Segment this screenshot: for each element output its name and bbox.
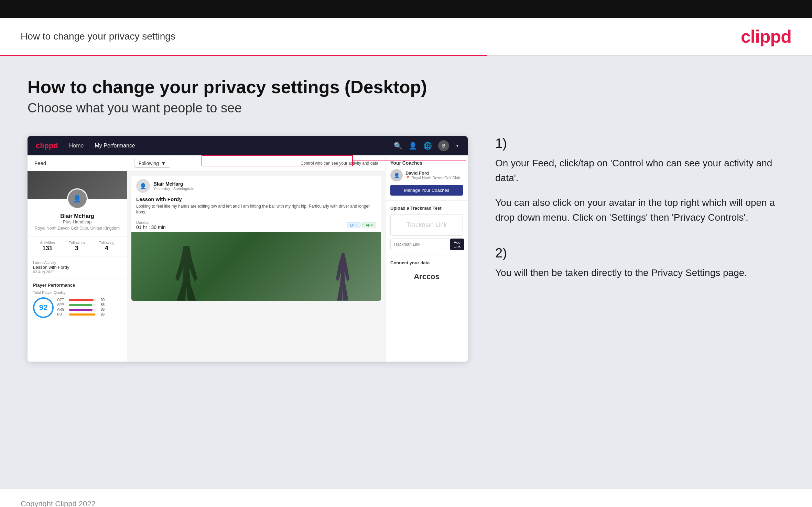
add-link-button[interactable]: Add Link [450,239,464,250]
user-icon[interactable]: 👤 [409,142,417,150]
feed-post: 👤 Blair McHarg Yesterday · Sunningdale L… [131,176,381,301]
main-content: How to change your privacy settings (Des… [0,56,812,489]
post-avatar: 👤 [136,179,150,193]
app-logo-nav: clippd [36,141,58,150]
instruction-1-text2: You can also click on your avatar in the… [495,195,778,225]
instruction-2: 2) You will then be taken directly to th… [495,246,778,280]
trackman-box: Trackman Link [390,214,463,236]
user-avatar[interactable]: B [438,140,449,151]
app-body: Feed 👤 Blair McHarg Plus Handicap Royal … [28,155,468,362]
duration-tags: OTT APP [347,222,376,228]
bar-app: APP 85 [57,303,121,307]
profile-handicap: Plus Handicap [33,219,121,224]
copyright: Copyright Clippd 2022 [21,499,96,507]
header-title: How to change your privacy settings [21,31,175,42]
coach-avatar: 👤 [390,169,403,181]
trackman-section: Upload a Trackman Test Trackman Link Add… [386,201,468,255]
trackman-placeholder: Trackman Link [407,221,447,228]
instruction-1-number: 1) [495,136,778,151]
post-description: Looking to feel like my hands are exitin… [136,203,376,215]
manage-coaches-button[interactable]: Manage Your Coaches [390,185,463,196]
post-title: Lesson with Fordy [136,196,376,202]
app-nav: clippd Home My Performance 🔍 👤 🌐 B ▼ [28,136,468,155]
golfer1-silhouette [173,246,200,301]
post-author: Blair McHarg [153,181,194,187]
post-meta: Yesterday · Sunningdale [153,187,194,191]
instructions: 1) On your Feed, click/tap on 'Control w… [488,136,784,301]
instruction-1-text: On your Feed, click/tap on 'Control who … [495,156,778,186]
instruction-2-number: 2) [495,246,778,261]
profile-stats: Activities 131 Followers 3 Following 4 [28,236,127,256]
globe-icon[interactable]: 🌐 [423,142,432,150]
profile-name: Blair McHarg [33,213,121,219]
page-subheading: Choose what you want people to see [28,101,784,115]
app-screenshot: clippd Home My Performance 🔍 👤 🌐 B ▼ [28,136,468,362]
coach-item: 👤 David Ford 📍 Royal North Devon Golf Cl… [390,169,463,181]
content-row: clippd Home My Performance 🔍 👤 🌐 B ▼ [28,136,784,362]
stat-activities: Activities 131 [40,241,55,252]
app-feed: Following ▼ Control who can see your act… [127,155,385,362]
feed-header: Following ▼ Control who can see your act… [127,155,385,172]
avatar-chevron: ▼ [455,143,459,148]
logo: clippd [741,26,791,47]
coach-name: David Ford [405,170,460,176]
connect-section: Connect your data Arccos [386,255,468,289]
bar-putt: PUTT 96 [57,312,121,316]
nav-my-performance[interactable]: My Performance [95,143,135,149]
tag-ott: OTT [347,222,360,228]
search-icon[interactable]: 🔍 [394,142,402,150]
stat-following: Following 4 [99,241,115,252]
bar-arg: ARG 86 [57,308,121,311]
coaches-title: Your Coaches [390,160,463,166]
page-heading: How to change your privacy settings (Des… [28,77,784,97]
privacy-control-link[interactable]: Control who can see your activity and da… [301,161,378,166]
instruction-1: 1) On your Feed, click/tap on 'Control w… [495,136,778,225]
latest-activity: Latest Activity Lesson with Fordy 03 Aug… [28,256,127,278]
quality-circle: 92 [33,297,54,318]
instruction-2-text: You will then be taken directly to the P… [495,265,778,280]
coach-club: 📍 Royal North Devon Golf Club [405,176,460,180]
stat-followers: Followers 3 [68,241,85,252]
profile-banner: 👤 [28,171,127,199]
post-header: 👤 Blair McHarg Yesterday · Sunningdale [131,176,381,196]
post-duration: Duration 01 hr : 30 min OTT APP [131,218,381,232]
app-sidebar: Feed 👤 Blair McHarg Plus Handicap Royal … [28,155,127,362]
golfer2-silhouette [333,253,354,301]
trackman-title: Upload a Trackman Test [390,206,463,211]
profile-avatar: 👤 [67,188,88,209]
connect-title: Connect your data [390,260,463,265]
player-performance: Player Performance Total Player Quality … [28,278,127,322]
quality-row: 92 OTT 90 APP 85 [33,297,121,318]
app-right-sidebar: Your Coaches 👤 David Ford 📍 Royal North … [385,155,468,362]
footer: Copyright Clippd 2022 [0,489,812,507]
app-nav-right: 🔍 👤 🌐 B ▼ [394,140,459,151]
header: How to change your privacy settings clip… [0,18,812,55]
feed-tab[interactable]: Feed [28,155,127,171]
coaches-section: Your Coaches 👤 David Ford 📍 Royal North … [386,155,468,201]
bar-ott: OTT 90 [57,298,121,302]
post-image [131,232,381,301]
nav-home[interactable]: Home [69,143,84,149]
trackman-input[interactable] [390,239,448,250]
following-button[interactable]: Following ▼ [134,159,170,168]
tag-app: APP [362,222,376,228]
trackman-input-row: Add Link [390,239,463,250]
arccos-logo: Arccos [390,269,463,285]
profile-club: Royal North Devon Golf Club, United King… [33,226,121,231]
quality-bars: OTT 90 APP 85 ARG [57,298,121,317]
top-bar [0,0,812,18]
post-title-section: Lesson with Fordy Looking to feel like m… [131,196,381,218]
